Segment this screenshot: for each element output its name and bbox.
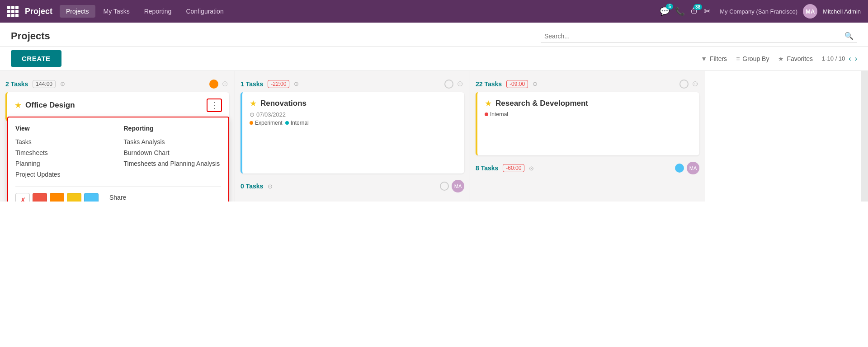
topnav-right: 💬 5 📞 ⏱ 38 ✂ My Company (San Francisco) … (660, 4, 861, 19)
menu-projects[interactable]: Projects (60, 5, 95, 18)
smile-icon-office[interactable]: ☺ (221, 79, 229, 89)
top-nav: Project Projects My Tasks Reporting Conf… (0, 0, 868, 23)
project-stats-renovations: 1 Tasks -22:00 ⊙ ☺ (241, 76, 464, 92)
search-input[interactable] (544, 33, 841, 40)
stat-actions2-research: MA (675, 162, 699, 174)
star-research[interactable]: ★ (485, 98, 492, 108)
date-text: 07/03/2022 (256, 111, 286, 118)
status-circle2-renovations[interactable] (440, 182, 449, 191)
clock-icon-renovations[interactable]: ⊙ (294, 80, 299, 87)
time-badge2-research: -60:00 (503, 164, 524, 172)
stat-actions-renovations: ☺ (444, 79, 464, 89)
project-card-renovations: ★ Renovations ⊙ 07/03/2022 Experiment (241, 92, 464, 174)
dropdown-divider (15, 186, 221, 187)
smile-icon-renovations[interactable]: ☺ (456, 79, 464, 89)
kebab-menu-office[interactable]: ⋮ (207, 98, 222, 112)
dropdown-bottom: ✗ (15, 193, 221, 202)
dropdown-reporting-section: Reporting Tasks Analysis Burndown Chart … (124, 125, 222, 180)
project-name-renovations: Renovations (260, 99, 457, 108)
user-avatar[interactable]: MA (803, 4, 817, 19)
project-header-office: ★ Office Design ⋮ (14, 98, 222, 112)
time-badge-research: -09:00 (506, 80, 528, 88)
dropdown-menu-office: View Tasks Timesheets Planning Project U… (7, 117, 229, 202)
project-name-research: Research & Development (495, 99, 692, 108)
color-yellow[interactable] (67, 193, 81, 202)
star-renovations[interactable]: ★ (250, 98, 257, 108)
dropdown-timesheets[interactable]: Timesheets (15, 147, 113, 158)
timer-button[interactable]: ⏱ 38 (690, 7, 698, 16)
project-stats-office: 2 Tasks 144:00 ⊙ ☺ (5, 76, 229, 92)
main-page: Projects 🔍 CREATE ▼ Filters ≡ Group By ★… (0, 23, 868, 347)
menu-reporting[interactable]: Reporting (138, 5, 178, 18)
company-name: My Company (San Francisco) (720, 8, 797, 15)
chat-button[interactable]: 💬 5 (660, 6, 670, 16)
top-menu: Projects My Tasks Reporting Configuratio… (60, 5, 660, 18)
tag-experiment: Experiment (250, 120, 283, 126)
clock-icon2-renovations[interactable]: ⊙ (268, 183, 273, 190)
menu-configuration[interactable]: Configuration (179, 5, 230, 18)
project-header-research: ★ Research & Development (485, 98, 692, 108)
dropdown-tasks-analysis[interactable]: Tasks Analysis (124, 136, 222, 147)
dropdown-reporting-title: Reporting (124, 125, 222, 132)
tasks-count-research: 22 Tasks (476, 80, 502, 88)
scissors-button[interactable]: ✂ (704, 6, 711, 16)
groupby-icon: ≡ (736, 55, 740, 62)
tag-internal-renovations: Internal (285, 120, 309, 126)
tag-internal-research: Internal (485, 111, 508, 117)
status-circle-research[interactable] (679, 80, 689, 89)
tasks-count2-research: 8 Tasks (476, 164, 498, 172)
favorites-button[interactable]: ★ Favorites (778, 55, 813, 62)
project-col-research: 22 Tasks -09:00 ⊙ ☺ ★ Research & Develop… (470, 71, 705, 202)
tasks-count2-renovations: 0 Tasks (241, 183, 263, 190)
dropdown-project-updates[interactable]: Project Updates (15, 169, 113, 180)
project-stats2-renovations: 0 Tasks ⊙ MA (241, 177, 464, 196)
filter-icon: ▼ (701, 55, 707, 62)
status-circle2-research[interactable] (675, 164, 684, 173)
dropdown-view-section: View Tasks Timesheets Planning Project U… (15, 125, 113, 180)
color-clear[interactable]: ✗ (15, 193, 30, 202)
avatar-research: MA (687, 162, 699, 174)
project-card-office: ★ Office Design ⋮ View Tasks Timesheets … (5, 92, 229, 121)
next-page-arrow[interactable]: › (855, 55, 857, 63)
status-circle-renovations[interactable] (444, 80, 453, 89)
clock-icon-research[interactable]: ⊙ (533, 80, 538, 87)
projects-wrapper: 2 Tasks 144:00 ⊙ ☺ ★ Office Design ⋮ (0, 71, 868, 202)
search-bar: 🔍 (541, 30, 857, 42)
app-logo[interactable]: Project (7, 6, 52, 17)
project-name-office: Office Design (25, 101, 203, 110)
scrollbar[interactable] (861, 71, 868, 202)
color-red[interactable] (33, 193, 47, 202)
grid-icon (7, 6, 19, 17)
color-orange[interactable] (50, 193, 64, 202)
status-circle-office[interactable] (209, 80, 218, 89)
clock-icon-office[interactable]: ⊙ (60, 80, 65, 87)
stat-actions-office: ☺ (209, 79, 229, 89)
dropdown-tasks[interactable]: Tasks (15, 136, 113, 147)
project-stats-research: 22 Tasks -09:00 ⊙ ☺ (476, 76, 699, 92)
tasks-count-renovations: 1 Tasks (241, 80, 263, 88)
dropdown-planning[interactable]: Planning (15, 158, 113, 169)
search-icon[interactable]: 🔍 (844, 32, 854, 40)
phone-button[interactable]: 📞 (675, 6, 685, 16)
dropdown-share[interactable]: Share (109, 193, 126, 202)
groupby-button[interactable]: ≡ Group By (736, 55, 769, 62)
create-button[interactable]: CREATE (11, 50, 61, 67)
color-palette: ✗ (15, 193, 99, 202)
color-light-blue[interactable] (84, 193, 99, 202)
tag-dot-experiment (250, 121, 253, 125)
page-header: Projects 🔍 (0, 23, 868, 47)
filters-button[interactable]: ▼ Filters (701, 55, 727, 62)
star-office[interactable]: ★ (14, 100, 22, 110)
dropdown-actions: Share Edit (109, 193, 126, 202)
dropdown-burndown[interactable]: Burndown Chart (124, 147, 222, 158)
app-name: Project (25, 7, 52, 16)
menu-my-tasks[interactable]: My Tasks (97, 5, 136, 18)
smile-icon-research[interactable]: ☺ (691, 79, 699, 89)
prev-page-arrow[interactable]: ‹ (849, 55, 851, 63)
dropdown-timesheets-planning[interactable]: Timesheets and Planning Analysis (124, 158, 222, 169)
project-header-renovations: ★ Renovations (250, 98, 457, 108)
tag-dot-internal-research (485, 113, 488, 116)
dropdown-view-title: View (15, 125, 113, 132)
clock-icon2-research[interactable]: ⊙ (529, 165, 534, 172)
page-title: Projects (11, 30, 50, 42)
